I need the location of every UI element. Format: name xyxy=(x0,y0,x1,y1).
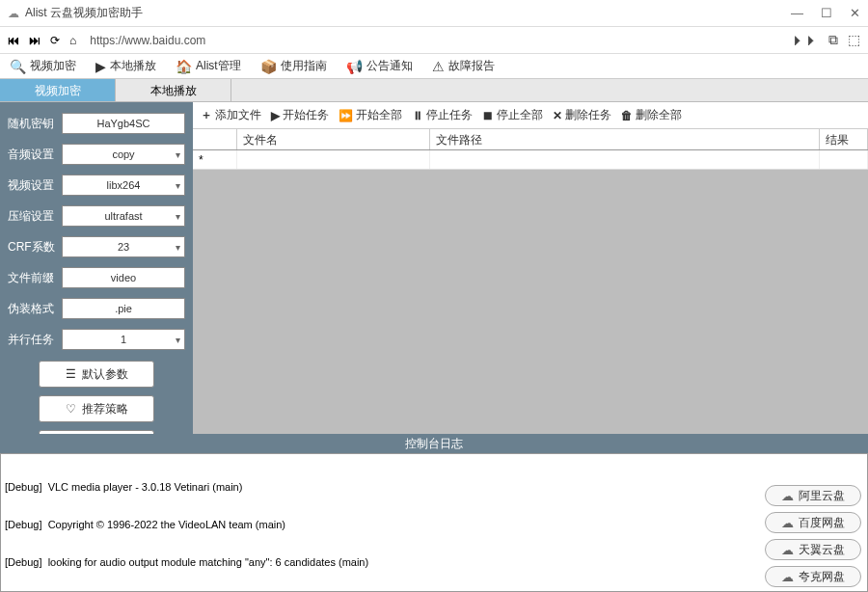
tab-announce[interactable]: 📢公告通知 xyxy=(342,56,417,76)
close-button[interactable]: ✕ xyxy=(850,6,860,20)
log-line: [Debug] looking for audio output module … xyxy=(5,556,755,569)
minimize-button[interactable]: — xyxy=(791,6,803,20)
navbar: ⏮ ⏭ ⟳ ⌂ https://www.baidu.com ⏵⏵ ⧉ ⬚ xyxy=(0,27,868,54)
play-icon: ▶ xyxy=(95,59,106,74)
chevron-down-icon: ▾ xyxy=(176,335,180,345)
subtab-encrypt[interactable]: 视频加密 xyxy=(0,79,116,101)
button-label: 停止任务 xyxy=(426,107,473,123)
lbl-video: 视频设置 xyxy=(8,177,62,194)
nav-forward-icon[interactable]: ⏭ xyxy=(29,34,41,47)
field-value: .pie xyxy=(115,303,132,314)
input-prefix[interactable]: video xyxy=(62,267,185,288)
subtabs: 视频加密 本地播放 xyxy=(0,79,868,102)
delete-task-button[interactable]: ✕删除任务 xyxy=(553,107,611,123)
play-all-icon: ⏩ xyxy=(339,109,353,122)
col-result[interactable]: 结果 xyxy=(820,129,868,149)
cloud-aliyun-button[interactable]: ☁阿里云盘 xyxy=(765,485,861,506)
select-crf[interactable]: 23▾ xyxy=(62,236,185,257)
window-title: Alist 云盘视频加密助手 xyxy=(25,5,791,21)
button-label: 删除任务 xyxy=(565,107,611,123)
tab-guide[interactable]: 📦使用指南 xyxy=(257,56,331,76)
chevron-down-icon: ▾ xyxy=(176,242,180,253)
window-controls: — ☐ ✕ xyxy=(791,6,860,20)
tab-alist-manage[interactable]: 🏠Alist管理 xyxy=(172,56,245,76)
select-compress[interactable]: ultrafast▾ xyxy=(62,205,185,227)
log-header: 控制台日志 xyxy=(0,434,868,453)
nav-back-icon[interactable]: ⏮ xyxy=(8,34,19,47)
select-audio[interactable]: copy▾ xyxy=(62,144,185,165)
tab-video-encrypt[interactable]: 🔍视频加密 xyxy=(6,56,80,76)
titlebar: ☁ Alist 云盘视频加密助手 — ☐ ✕ xyxy=(0,0,868,27)
copy-icon[interactable]: ⧉ xyxy=(828,32,838,48)
announce-icon: 📢 xyxy=(346,59,363,74)
nav-home-icon[interactable]: ⌂ xyxy=(69,34,76,47)
default-params-button[interactable]: ☰默认参数 xyxy=(39,361,154,388)
main-tabbar: 🔍视频加密 ▶本地播放 🏠Alist管理 📦使用指南 📢公告通知 ⚠故障报告 xyxy=(0,54,868,79)
button-label: 删除全部 xyxy=(636,107,682,123)
field-value: libx264 xyxy=(107,179,141,191)
field-value: 1 xyxy=(121,334,126,345)
main-area: 随机密钥HaYgb4SC 音频设置copy▾ 视频设置libx264▾ 压缩设置… xyxy=(0,102,868,434)
cloud-icon: ☁ xyxy=(781,489,794,503)
chevron-down-icon: ▾ xyxy=(176,149,180,160)
button-label: 天翼云盘 xyxy=(799,542,845,558)
field-value: copy xyxy=(112,148,134,160)
tab-label: 公告通知 xyxy=(366,58,413,74)
start-all-button[interactable]: ⏩开始全部 xyxy=(339,107,402,123)
stop-task-button[interactable]: ⏸停止任务 xyxy=(412,107,473,123)
button-label: 推荐策略 xyxy=(82,401,128,417)
cube-icon[interactable]: ⬚ xyxy=(848,32,860,48)
home-icon: 🏠 xyxy=(176,59,192,74)
subtab-localplay[interactable]: 本地播放 xyxy=(116,79,231,101)
add-file-button[interactable]: ＋添加文件 xyxy=(201,107,261,123)
log-line: [Debug] VLC media player - 3.0.18 Vetina… xyxy=(5,481,755,494)
plus-icon: ＋ xyxy=(201,107,212,123)
cloud-tianyi-button[interactable]: ☁天翼云盘 xyxy=(765,539,861,560)
cloud-baidu-button[interactable]: ☁百度网盘 xyxy=(765,512,861,533)
maximize-button[interactable]: ☐ xyxy=(821,6,832,20)
param-explain-button[interactable]: ☰参数释义 xyxy=(39,430,154,434)
nav-refresh-icon[interactable]: ⟳ xyxy=(50,34,60,47)
field-value: 23 xyxy=(118,241,129,253)
sidebar: 随机密钥HaYgb4SC 音频设置copy▾ 视频设置libx264▾ 压缩设置… xyxy=(0,102,193,434)
tab-label: 视频加密 xyxy=(30,58,76,74)
stop-all-button[interactable]: ⏹停止全部 xyxy=(482,107,543,123)
input-random-key[interactable]: HaYgb4SC xyxy=(62,113,185,134)
start-task-button[interactable]: ▶开始任务 xyxy=(271,107,329,123)
cloud-icon: ☁ xyxy=(781,516,794,530)
forward-icon[interactable]: ⏵⏵ xyxy=(792,32,819,48)
url-field[interactable]: https://www.baidu.com xyxy=(86,34,782,47)
lbl-parallel: 并行任务 xyxy=(8,332,62,348)
col-blank xyxy=(193,129,237,149)
trash-icon: 🗑 xyxy=(621,109,633,122)
delete-all-button[interactable]: 🗑删除全部 xyxy=(621,107,682,123)
field-value: HaYgb4SC xyxy=(96,118,149,129)
bug-icon: ⚠ xyxy=(432,59,445,74)
tab-bug-report[interactable]: ⚠故障报告 xyxy=(428,56,499,76)
table-body: * xyxy=(193,150,868,434)
table-row[interactable]: * xyxy=(193,150,868,170)
log-output[interactable]: [Debug] VLC media player - 3.0.18 Vetina… xyxy=(1,454,759,591)
button-label: 停止全部 xyxy=(497,107,543,123)
cloud-buttons: ☁阿里云盘 ☁百度网盘 ☁天翼云盘 ☁夸克网盘 xyxy=(759,454,867,591)
cell-result xyxy=(820,150,868,169)
cell-filename xyxy=(237,150,430,169)
lbl-fakeext: 伪装格式 xyxy=(8,301,62,317)
col-filename[interactable]: 文件名 xyxy=(237,129,430,149)
select-video[interactable]: libx264▾ xyxy=(62,175,185,196)
tab-local-play[interactable]: ▶本地播放 xyxy=(92,56,160,76)
stop-icon: ⏹ xyxy=(482,109,494,122)
table-header: 文件名 文件路径 结果 xyxy=(193,129,868,150)
col-filepath[interactable]: 文件路径 xyxy=(430,129,820,149)
box-icon: 📦 xyxy=(260,59,277,74)
cloud-icon: ☁ xyxy=(781,570,794,584)
select-parallel[interactable]: 1▾ xyxy=(62,329,185,350)
tab-label: 本地播放 xyxy=(110,58,156,74)
button-label: 开始任务 xyxy=(283,107,329,123)
cloud-quark-button[interactable]: ☁夸克网盘 xyxy=(765,566,861,587)
recommend-strategy-button[interactable]: ♡推荐策略 xyxy=(39,395,154,422)
cloud-icon: ☁ xyxy=(781,543,794,557)
input-fakeext[interactable]: .pie xyxy=(62,298,185,319)
lbl-audio: 音频设置 xyxy=(8,147,62,163)
play-icon: ▶ xyxy=(271,109,280,122)
